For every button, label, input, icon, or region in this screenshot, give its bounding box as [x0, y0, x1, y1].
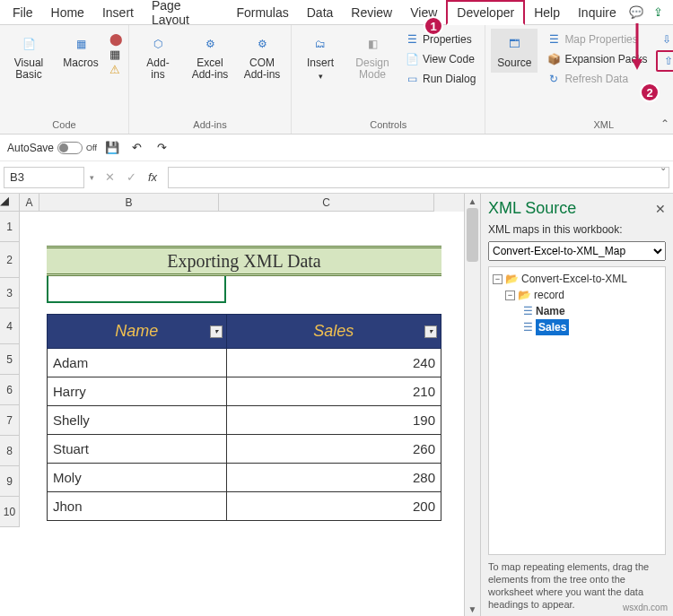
table-row[interactable]: Moly280: [48, 464, 441, 492]
formula-input[interactable]: ⌄: [168, 167, 669, 188]
toggle-switch[interactable]: [57, 142, 83, 154]
group-addins: ⬡ Add- ins ⚙ Excel Add-ins ⚙ COM Add-ins…: [129, 25, 292, 134]
xml-maps-label: XML maps in this workbook:: [488, 223, 666, 236]
table-row[interactable]: Shelly190: [48, 406, 441, 435]
tab-formulas[interactable]: Formulas: [227, 2, 297, 23]
table-row[interactable]: Adam240: [48, 349, 441, 377]
redo-button[interactable]: ↷: [153, 138, 172, 158]
xml-tree[interactable]: −📂Convert-Excel-to-XML −📂record ☰Name ☰S…: [488, 266, 666, 555]
xml-source-icon: 🗔: [501, 32, 528, 56]
col-header-b[interactable]: B: [39, 194, 219, 212]
export-icon: ⇧: [661, 54, 673, 68]
group-code: 📄 Visual Basic ▦ Macros ⬤ ▦ ⚠ Code: [0, 25, 129, 134]
watermark: wsxdn.com: [623, 603, 668, 612]
xml-map-select[interactable]: Convert-Excel-to-XML_Map: [488, 241, 666, 261]
insert-control-button[interactable]: 🗂 Insert ▾: [297, 29, 344, 86]
tab-data[interactable]: Data: [298, 2, 343, 23]
col-header-a[interactable]: A: [20, 194, 39, 212]
properties-button[interactable]: ☰Properties: [401, 30, 479, 48]
table-row[interactable]: Stuart260: [48, 435, 441, 464]
chevron-down-icon: ▾: [319, 71, 323, 82]
tab-developer[interactable]: Developer: [446, 0, 525, 25]
row-header[interactable]: 4: [0, 308, 20, 344]
excel-addins-button[interactable]: ⚙ Excel Add-ins: [187, 29, 233, 84]
name-box-dropdown-icon[interactable]: ▾: [90, 173, 94, 182]
arrow-to-export: [628, 23, 646, 72]
run-dialog-button[interactable]: ▭Run Dialog: [401, 70, 479, 88]
tab-inquire[interactable]: Inquire: [569, 2, 625, 23]
xml-field-sales[interactable]: Sales: [536, 319, 569, 335]
row-header[interactable]: 9: [0, 466, 20, 497]
close-icon[interactable]: ✕: [655, 202, 666, 216]
xml-source-pane: XML Source ✕ XML maps in this workbook: …: [480, 194, 673, 616]
row-header[interactable]: 8: [0, 436, 20, 466]
xml-source-button[interactable]: 🗔 Source: [491, 29, 538, 73]
excel-addins-icon: ⚙: [197, 32, 223, 56]
comments-icon[interactable]: 💬: [625, 3, 648, 22]
worksheet-grid[interactable]: ◢ 1 2 3 4 5 6 7 8 9 10 A B C Expor: [0, 194, 480, 616]
view-code-button[interactable]: 📄View Code: [401, 50, 479, 68]
share-icon[interactable]: ⇪: [647, 3, 669, 22]
vertical-scrollbar[interactable]: ▲ ▼: [464, 194, 480, 616]
tab-help[interactable]: Help: [525, 2, 569, 23]
addins-button[interactable]: ⬡ Add- ins: [135, 29, 181, 84]
tab-file[interactable]: File: [4, 2, 42, 23]
tab-review[interactable]: Review: [342, 2, 401, 23]
row-header[interactable]: 6: [0, 375, 20, 405]
filter-icon[interactable]: ▾: [424, 325, 437, 338]
tree-toggle-icon[interactable]: −: [493, 274, 503, 284]
design-mode-button[interactable]: ◧ Design Mode: [349, 29, 396, 84]
use-relative-icon[interactable]: ▦: [109, 48, 123, 61]
enter-formula-button[interactable]: ✓: [121, 168, 141, 187]
expand-formula-bar-icon[interactable]: ⌄: [660, 162, 667, 172]
com-addins-button[interactable]: ⚙ COM Add-ins: [239, 29, 285, 84]
tab-insert[interactable]: Insert: [93, 2, 143, 23]
tab-home[interactable]: Home: [42, 2, 93, 23]
folder-icon: 📂: [505, 271, 519, 287]
xml-pane-title: XML Source: [488, 199, 576, 218]
visual-basic-icon: 📄: [15, 32, 42, 56]
design-mode-icon: ◧: [359, 32, 386, 56]
group-addins-label: Add-ins: [193, 119, 226, 130]
row-header[interactable]: 5: [0, 344, 20, 375]
active-cell-border: [47, 273, 226, 303]
import-button[interactable]: ⇩Import: [656, 30, 673, 48]
main-area: ◢ 1 2 3 4 5 6 7 8 9 10 A B C Expor: [0, 194, 673, 616]
row-header[interactable]: 2: [0, 242, 20, 278]
macros-button[interactable]: ▦ Macros: [57, 29, 104, 73]
insert-control-icon: 🗂: [307, 32, 334, 56]
undo-button[interactable]: ↶: [127, 138, 147, 158]
visual-basic-button[interactable]: 📄 Visual Basic: [5, 29, 52, 84]
scroll-thumb[interactable]: [467, 208, 478, 262]
table-row[interactable]: Harry210: [48, 377, 441, 406]
filter-icon[interactable]: ▾: [210, 325, 223, 338]
macro-security-icon[interactable]: ⚠: [109, 63, 123, 76]
view-code-icon: 📄: [405, 52, 419, 66]
xml-field-name[interactable]: Name: [536, 303, 565, 319]
import-icon: ⇩: [660, 32, 673, 47]
row-header[interactable]: 7: [0, 405, 20, 436]
autosave-toggle[interactable]: AutoSave Off: [7, 142, 97, 154]
row-header[interactable]: 10: [0, 497, 20, 527]
ribbon-collapse-button[interactable]: ⌃: [660, 117, 669, 130]
group-controls-label: Controls: [370, 119, 406, 130]
row-header[interactable]: 1: [0, 212, 20, 242]
callout-2: 2: [640, 82, 660, 102]
group-controls: 🗂 Insert ▾ ◧ Design Mode ☰Properties 📄Vi…: [292, 25, 485, 134]
cancel-formula-button[interactable]: ✕: [100, 168, 119, 187]
record-macro-icon[interactable]: ⬤: [109, 32, 123, 46]
scroll-up-icon[interactable]: ▲: [465, 194, 480, 208]
name-box[interactable]: B3: [4, 167, 84, 188]
map-properties-icon: ☰: [546, 32, 561, 47]
refresh-data-button[interactable]: ↻Refresh Data: [543, 70, 651, 88]
group-code-label: Code: [52, 119, 75, 130]
select-all-corner[interactable]: ◢: [0, 194, 20, 212]
insert-function-button[interactable]: fx: [143, 168, 162, 187]
scroll-down-icon[interactable]: ▼: [465, 602, 480, 616]
table-row[interactable]: Jhon200: [48, 492, 441, 521]
tree-toggle-icon[interactable]: −: [505, 291, 515, 300]
col-header-c[interactable]: C: [219, 194, 434, 212]
row-header[interactable]: 3: [0, 278, 20, 308]
export-button[interactable]: ⇧Export: [656, 50, 673, 72]
save-button[interactable]: 💾: [102, 138, 122, 158]
